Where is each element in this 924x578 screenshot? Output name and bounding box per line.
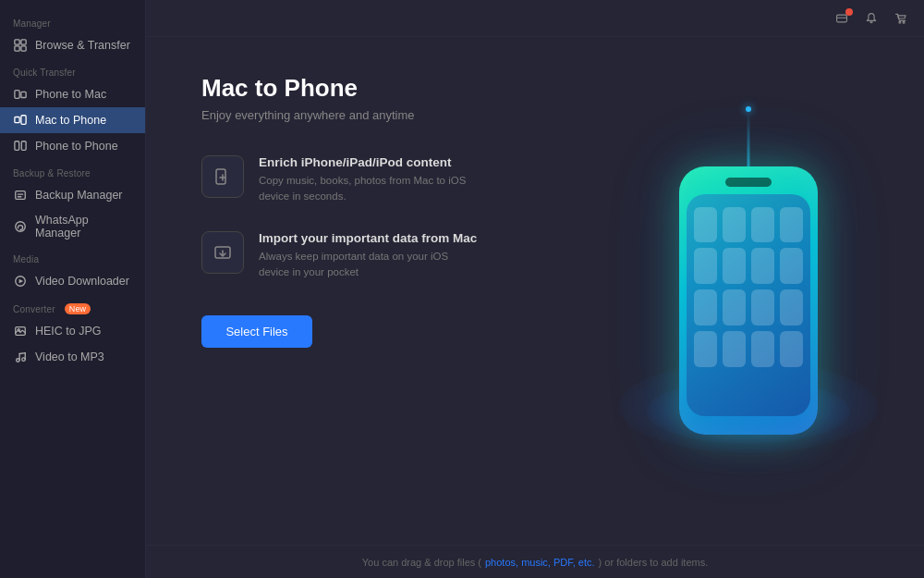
select-files-button[interactable]: Select Files — [201, 315, 312, 348]
sidebar-item-video-downloader[interactable]: Video Downloader — [0, 268, 145, 294]
app-icon — [723, 248, 746, 284]
feature-text-import: Import your important data from Mac Alwa… — [259, 231, 480, 281]
app-icon — [694, 248, 717, 284]
music-icon — [13, 350, 28, 364]
feature-title-enrich: Enrich iPhone/iPad/iPod content — [259, 155, 480, 169]
sidebar-item-whatsapp-manager[interactable]: WhatsApp Manager — [0, 208, 145, 245]
section-label-manager: Manager — [0, 9, 145, 32]
section-label-media: Media — [0, 245, 145, 268]
phone-screen — [687, 194, 810, 416]
notification-badge — [845, 8, 853, 16]
app-icon — [694, 331, 717, 367]
phone-platform — [679, 166, 818, 435]
app-icon — [780, 248, 803, 284]
svg-rect-6 — [15, 117, 19, 123]
grid-icon — [13, 38, 28, 53]
section-label-backup: Backup & Restore — [0, 159, 145, 182]
sidebar-item-heic-to-jpg[interactable]: HEIC to JPG — [0, 318, 145, 344]
phone-body — [679, 166, 818, 435]
app-icon — [751, 331, 774, 367]
app-icon — [780, 207, 803, 243]
phone-mac-icon — [13, 87, 28, 102]
svg-rect-28 — [216, 169, 225, 184]
svg-rect-3 — [21, 46, 26, 51]
section-label-quick-transfer: Quick Transfer — [0, 58, 145, 81]
enrich-icon-box — [201, 155, 244, 198]
sidebar-item-video-to-mp3[interactable]: Video to MP3 — [0, 344, 145, 370]
svg-rect-1 — [21, 40, 26, 44]
sidebar-item-label: Video Downloader — [35, 275, 129, 288]
app-icon — [723, 207, 746, 243]
phone-notch — [725, 178, 772, 187]
main-panel: Mac to Phone Enjoy everything anywhere a… — [146, 0, 924, 578]
mac-phone-icon — [13, 113, 28, 128]
image-icon — [13, 324, 28, 338]
sidebar-item-phone-to-phone[interactable]: Phone to Phone — [0, 133, 145, 159]
bottom-text-before: You can drag & drop files ( — [362, 557, 481, 568]
light-beam — [748, 111, 750, 166]
cart-icon[interactable] — [893, 10, 909, 27]
import-icon-box — [201, 231, 244, 274]
app-icon — [723, 289, 746, 326]
app-icon — [694, 289, 717, 326]
app-icon — [751, 207, 774, 243]
feature-card-import: Import your important data from Mac Alwa… — [201, 231, 619, 281]
topbar-icons — [833, 10, 909, 27]
sidebar-item-label: Phone to Phone — [35, 140, 118, 153]
bottom-bar: You can drag & drop files ( photos, musi… — [146, 545, 924, 578]
svg-marker-15 — [19, 279, 23, 283]
topbar — [146, 0, 924, 37]
svg-rect-7 — [21, 116, 26, 125]
feature-text-enrich: Enrich iPhone/iPad/iPod content Copy mus… — [259, 155, 480, 205]
svg-rect-5 — [21, 92, 26, 97]
phone-illustration — [619, 74, 878, 526]
svg-rect-10 — [16, 191, 26, 200]
whatsapp-icon — [13, 219, 28, 234]
notification-icon[interactable] — [833, 10, 850, 27]
backup-icon — [13, 188, 28, 203]
svg-point-27 — [903, 21, 905, 23]
app-icon — [780, 331, 803, 367]
svg-point-26 — [899, 21, 901, 23]
page-subtitle: Enjoy everything anywhere and anytime — [201, 108, 619, 122]
sidebar-item-label: Mac to Phone — [35, 114, 106, 127]
page-title: Mac to Phone — [201, 74, 619, 103]
sidebar-item-label: Browse & Transfer — [35, 39, 130, 52]
feature-card-enrich: Enrich iPhone/iPad/iPod content Copy mus… — [201, 155, 619, 205]
svg-rect-2 — [15, 46, 19, 51]
phone-device — [679, 166, 818, 435]
app-icon — [723, 331, 746, 367]
svg-line-22 — [19, 353, 25, 354]
sidebar-item-label: WhatsApp Manager — [35, 214, 132, 240]
app-icon — [751, 289, 774, 326]
sidebar-item-phone-to-mac[interactable]: Phone to Mac — [0, 81, 145, 107]
sidebar-item-backup-manager[interactable]: Backup Manager — [0, 182, 145, 208]
content-left: Mac to Phone Enjoy everything anywhere a… — [201, 74, 619, 526]
svg-rect-9 — [21, 141, 26, 151]
bell-icon[interactable] — [863, 10, 880, 27]
svg-rect-0 — [15, 40, 19, 44]
svg-rect-23 — [837, 15, 847, 22]
sidebar-item-browse-transfer[interactable]: Browse & Transfer — [0, 32, 145, 58]
svg-rect-4 — [15, 91, 19, 99]
app-icon — [751, 248, 774, 284]
bottom-text-after: ) or folders to add items. — [599, 557, 709, 568]
feature-desc-enrich: Copy music, books, photos from Mac to iO… — [259, 173, 480, 205]
sidebar-item-label: Backup Manager — [35, 189, 123, 202]
app-icon — [780, 289, 803, 326]
sidebar-item-label: Video to MP3 — [35, 350, 104, 363]
video-icon — [13, 274, 28, 289]
sidebar: Manager Browse & Transfer Quick Transfer… — [0, 0, 146, 578]
bottom-link[interactable]: photos, music, PDF, etc. — [485, 557, 595, 568]
app-icon — [694, 207, 717, 243]
phone-phone-icon — [13, 139, 28, 154]
content-area: Mac to Phone Enjoy everything anywhere a… — [146, 37, 924, 545]
sidebar-item-label: HEIC to JPG — [35, 325, 102, 338]
converter-badge: New — [65, 303, 91, 314]
sidebar-item-mac-to-phone[interactable]: Mac to Phone — [0, 107, 145, 133]
section-label-converter: Converter New — [0, 294, 145, 318]
svg-rect-8 — [15, 141, 19, 151]
sidebar-item-label: Phone to Mac — [35, 88, 106, 101]
feature-title-import: Import your important data from Mac — [259, 231, 480, 245]
feature-desc-import: Always keep important data on your iOS d… — [259, 249, 480, 281]
